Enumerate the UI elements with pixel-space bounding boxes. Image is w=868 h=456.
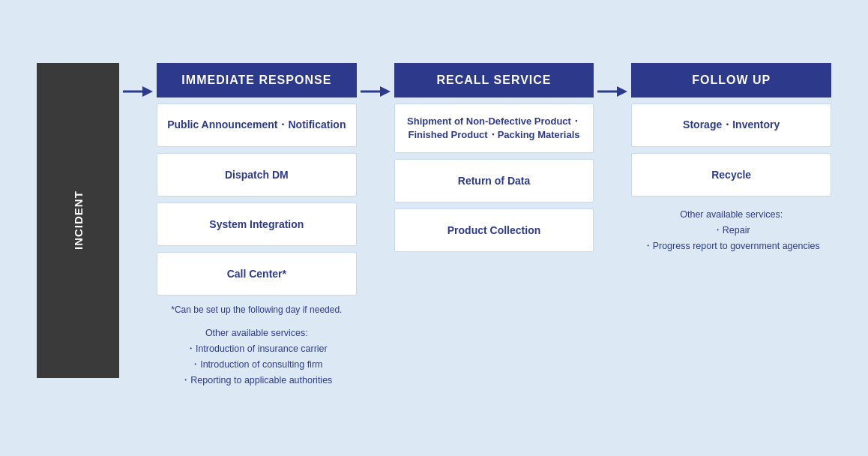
card-return-of-data: Return of Data [394, 159, 594, 202]
card-shipment: Shipment of Non-Defective Product・Finish… [394, 104, 594, 153]
card-public-announcement: Public Announcement・Notification [157, 104, 357, 147]
arrow-1 [119, 63, 157, 99]
svg-marker-3 [380, 86, 391, 97]
other-services-immediate: Other available services: ・Introduction … [157, 321, 357, 394]
card-storage-inventory: Storage・Inventory [631, 104, 831, 147]
column-follow-up: FOLLOW UP Storage・Inventory Recycle Othe… [631, 63, 831, 260]
incident-box: INCIDENT [37, 63, 119, 378]
diagram: INCIDENT IMMEDIATE RESPONSE Public Annou… [22, 40, 846, 416]
card-recycle: Recycle [631, 153, 831, 196]
arrow-3 [594, 63, 631, 99]
card-product-collection: Product Collection [394, 208, 594, 252]
svg-marker-5 [617, 86, 627, 97]
incident-label: INCIDENT [72, 190, 85, 250]
header-immediate-response: IMMEDIATE RESPONSE [157, 63, 357, 98]
header-follow-up: FOLLOW UP [631, 63, 831, 98]
card-system-integration: System Integration [157, 202, 357, 246]
header-recall-service: RECALL SERVICE [394, 63, 594, 98]
call-center-note: *Can be set up the following day if need… [157, 302, 357, 318]
card-call-center: Call Center* [157, 252, 357, 296]
column-immediate-response: IMMEDIATE RESPONSE Public Announcement・N… [157, 63, 357, 394]
svg-marker-1 [142, 86, 153, 97]
column-recall-service: RECALL SERVICE Shipment of Non-Defective… [394, 63, 594, 258]
card-dispatch-dm: Dispatch DM [157, 153, 357, 196]
arrow-2 [357, 63, 394, 99]
other-services-follow-up: Other available services: ・Repair ・Progr… [631, 202, 831, 260]
